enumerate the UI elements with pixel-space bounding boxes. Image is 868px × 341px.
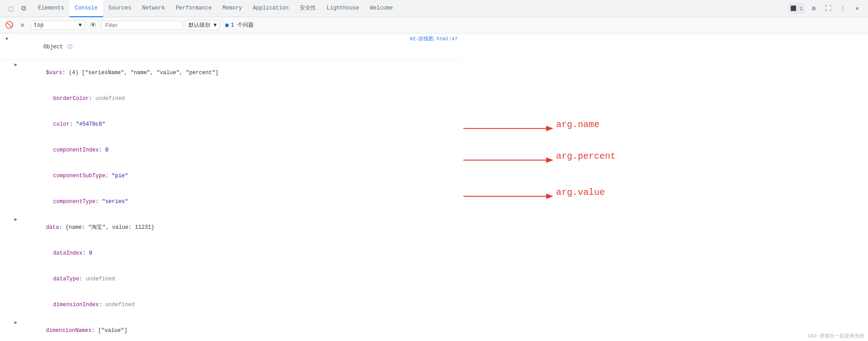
context-selector-value: top	[34, 22, 44, 28]
console-content: Object ⓘ 02-折线图.html:47 $vars: (4) ["ser…	[0, 33, 868, 341]
prop-dimensionindex: dimensionIndex: undefined	[0, 292, 461, 318]
arg-value-label: arg.value	[556, 187, 605, 198]
prop-dataindex: dataIndex: 0	[0, 241, 461, 266]
componentsubtype-text: componentSubType: "pie"	[27, 164, 461, 188]
bordercolor-text: borderColor: undefined	[27, 86, 461, 111]
watermark: C&D 拼接在一起是有光的	[808, 332, 864, 339]
dimensionnames-expand[interactable]	[13, 319, 19, 326]
tab-bar-right: ⬛ 1 ⚙ ⛶ ⋮ ✕	[788, 3, 866, 14]
tab-application[interactable]: Application	[247, 0, 294, 17]
log-entry-object: Object ⓘ 02-折线图.html:47	[0, 34, 461, 60]
data-expand[interactable]	[13, 216, 19, 223]
level-selector[interactable]: 默认级别 ▼	[185, 20, 220, 30]
arrows-svg	[461, 33, 868, 341]
devtools-icons: ⬚ ⧉	[2, 3, 33, 14]
tab-network[interactable]: Network	[137, 0, 170, 17]
dimensionindex-text: dimensionIndex: undefined	[27, 293, 461, 317]
prop-vars: $vars: (4) ["seriesName", "name", "value…	[0, 60, 461, 86]
object-label: Object ⓘ	[11, 35, 410, 59]
close-icon[interactable]: ✕	[852, 3, 863, 14]
tab-performance[interactable]: Performance	[170, 0, 217, 17]
dimensionnames-text: dimensionNames: ["value"]	[20, 318, 461, 341]
clear-console-icon[interactable]: 🚫	[4, 20, 14, 31]
tab-lighthouse[interactable]: Lighthouse	[321, 0, 365, 17]
tab-security[interactable]: 安全性	[294, 0, 321, 17]
inspect-icon[interactable]: ⬚	[5, 3, 16, 14]
issue-count: 1 个问题	[231, 21, 253, 29]
data-text: data: {name: "淘宝", value: 11231}	[20, 215, 461, 240]
prop-color: color: "#5470c6"	[0, 112, 461, 137]
prop-dimensionnames: dimensionNames: ["value"]	[0, 318, 461, 341]
tab-memory[interactable]: Memory	[217, 0, 247, 17]
issue-dot	[225, 24, 229, 27]
settings-icon[interactable]: ⚙	[808, 3, 819, 14]
tab-bar: ⬚ ⧉ Elements Console Sources Network Per…	[0, 0, 868, 17]
object-info-icon[interactable]: ⓘ	[67, 44, 72, 50]
console-main: Object ⓘ 02-折线图.html:47 $vars: (4) ["ser…	[0, 33, 461, 341]
componenttype-text: componentType: "series"	[27, 189, 461, 214]
datatype-text: dataType: undefined	[27, 267, 461, 291]
context-selector[interactable]: top ▼	[31, 21, 85, 30]
tab-elements[interactable]: Elements	[33, 0, 70, 17]
prop-bordercolor: borderColor: undefined	[0, 86, 461, 112]
vars-expand[interactable]	[13, 62, 19, 68]
prop-componentsubtype: componentSubType: "pie"	[0, 163, 461, 189]
log-line-object: Object ⓘ 02-折线图.html:47	[4, 35, 461, 59]
eye-icon[interactable]: 👁	[88, 20, 99, 31]
prop-componenttype: componentType: "series"	[0, 189, 461, 215]
prop-data: data: {name: "淘宝", value: 11231}	[0, 215, 461, 241]
filter-input[interactable]	[101, 21, 183, 30]
vars-text: $vars: (4) ["seriesName", "name", "value…	[20, 61, 461, 85]
prop-componentindex: componentIndex: 0	[0, 137, 461, 163]
object-expand-arrow[interactable]	[4, 36, 10, 42]
prop-datatype: dataType: undefined	[0, 266, 461, 292]
tab-console[interactable]: Console	[70, 0, 103, 17]
color-text: color: "#5470c6"	[27, 112, 461, 137]
context-selector-arrow: ▼	[79, 22, 82, 28]
tab-sources[interactable]: Sources	[103, 0, 137, 17]
console-toolbar: 🚫 ⊘ top ▼ 👁 默认级别 ▼ 1 个问题	[0, 17, 868, 33]
componentindex-text: componentIndex: 0	[27, 138, 461, 162]
arg-percent-label: arg.percent	[556, 151, 616, 161]
annotation-area: arg.name arg.percent arg.value	[461, 33, 868, 341]
arg-name-label: arg.name	[556, 119, 599, 130]
more-tools-icon[interactable]: ⛶	[823, 3, 834, 14]
more-icon[interactable]: ⋮	[837, 3, 848, 14]
level-selector-value: 默认级别 ▼	[189, 21, 217, 29]
dataindex-text: dataIndex: 0	[27, 241, 461, 265]
object-source-link[interactable]: 02-折线图.html:47	[410, 35, 461, 43]
tab-welcome[interactable]: Welcome	[365, 0, 398, 17]
device-icon[interactable]: ⧉	[18, 3, 29, 14]
tab-count-badge[interactable]: ⬛ 1	[788, 3, 805, 14]
filter-icon[interactable]: ⊘	[17, 20, 28, 31]
issue-badge[interactable]: 1 个问题	[222, 20, 256, 30]
